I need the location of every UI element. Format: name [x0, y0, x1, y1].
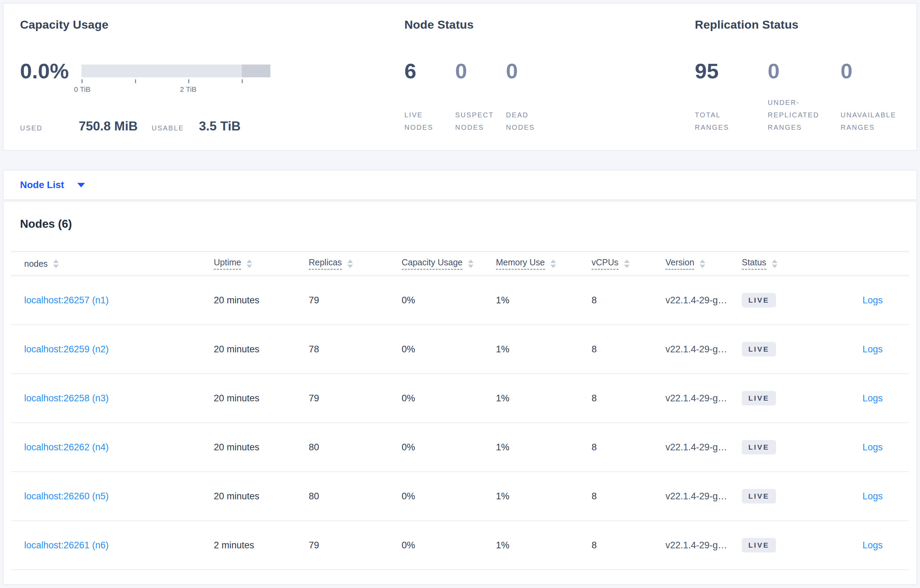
replicas-cell: 79 — [309, 295, 402, 306]
status-badge: LIVE — [742, 293, 776, 307]
status-cell: LIVE — [742, 342, 849, 357]
usable-value: 3.5 TiB — [199, 119, 241, 134]
axis-tick-label: 2 TiB — [180, 85, 196, 94]
node-link[interactable]: localhost:26259 (n2) — [24, 344, 109, 354]
status-badge: LIVE — [742, 489, 776, 504]
vcpus-cell: 8 — [591, 393, 666, 404]
version-cell: v22.1.4-29-g… — [666, 393, 742, 404]
suspect-nodes-value: 0 — [455, 59, 506, 84]
sort-icon — [624, 260, 630, 268]
memory-cell: 1% — [496, 442, 591, 453]
version-cell: v22.1.4-29-g… — [666, 295, 742, 306]
memory-cell: 1% — [496, 491, 591, 502]
column-header-replicas[interactable]: Replicas — [309, 257, 402, 270]
vcpus-cell: 8 — [591, 344, 666, 355]
replicas-cell: 80 — [309, 491, 402, 502]
replicas-cell: 78 — [309, 344, 402, 355]
sort-icon — [468, 260, 473, 268]
memory-cell: 1% — [496, 295, 591, 306]
node-status-title: Node Status — [404, 18, 474, 31]
capacity-bar-end-segment — [242, 65, 270, 77]
status-cell: LIVE — [742, 391, 849, 405]
logs-link[interactable]: Logs — [862, 442, 883, 452]
used-label: USED — [20, 124, 79, 132]
logs-link[interactable]: Logs — [862, 393, 883, 403]
column-header-uptime[interactable]: Uptime — [214, 257, 309, 270]
node-link[interactable]: localhost:26258 (n3) — [24, 393, 109, 403]
capacity-bar: 0 TiB 2 TiB — [81, 65, 270, 84]
node-link[interactable]: localhost:26260 (n5) — [24, 491, 109, 501]
column-header-capacity-usage[interactable]: Capacity Usage — [402, 257, 496, 270]
sort-icon — [772, 260, 777, 268]
capacity-cell: 0% — [402, 442, 496, 453]
status-badge: LIVE — [742, 538, 776, 552]
nodes-table: nodes Uptime Replicas Capacity Usage Mem… — [11, 251, 909, 570]
nodes-table-panel: Nodes (6) nodes Uptime Replicas Capacity… — [3, 201, 917, 585]
total-ranges-stat: 95 TOTAL RANGES — [695, 59, 768, 134]
column-header-memory-use[interactable]: Memory Use — [496, 257, 591, 270]
node-link[interactable]: localhost:26262 (n4) — [24, 442, 109, 452]
unavailable-ranges-value: 0 — [841, 59, 914, 84]
version-cell: v22.1.4-29-g… — [666, 491, 742, 502]
column-header-version[interactable]: Version — [666, 257, 742, 270]
table-row: localhost:26257 (n1) 20 minutes 79 0% 1%… — [11, 276, 909, 325]
table-row: localhost:26258 (n3) 20 minutes 79 0% 1%… — [11, 374, 909, 423]
uptime-cell: 20 minutes — [214, 442, 309, 453]
node-link[interactable]: localhost:26261 (n6) — [24, 540, 109, 550]
sort-icon — [246, 260, 252, 268]
sort-icon — [551, 260, 556, 268]
column-header-vcpus[interactable]: vCPUs — [591, 257, 666, 270]
logs-link[interactable]: Logs — [862, 295, 883, 305]
under-replicated-ranges-value: 0 — [768, 59, 841, 84]
axis-tick — [81, 79, 83, 83]
capacity-usage-section: 0.0% 0 TiB 2 TiB USED 750.8 MiB USABLE 3… — [20, 59, 282, 134]
memory-cell: 1% — [496, 540, 591, 551]
column-header-status[interactable]: Status — [742, 257, 849, 270]
status-cell: LIVE — [742, 293, 849, 307]
under-replicated-ranges-label: UNDER-REPLICATED RANGES — [768, 96, 826, 134]
dead-nodes-value: 0 — [506, 59, 557, 84]
suspect-nodes-label: SUSPECT NODES — [455, 109, 491, 134]
unavailable-ranges-stat: 0 UNAVAILABLE RANGES — [841, 59, 914, 134]
dead-nodes-stat: 0 DEAD NODES — [506, 59, 557, 134]
vcpus-cell: 8 — [591, 295, 666, 306]
axis-tick — [135, 79, 136, 83]
live-nodes-stat: 6 LIVE NODES — [404, 59, 455, 134]
replication-status-section: 95 TOTAL RANGES 0 UNDER-REPLICATED RANGE… — [695, 59, 914, 134]
logs-link[interactable]: Logs — [862, 540, 883, 550]
axis-tick — [188, 79, 189, 83]
nodes-table-title: Nodes (6) — [3, 202, 917, 231]
status-cell: LIVE — [742, 440, 849, 454]
column-header-nodes[interactable]: nodes — [11, 259, 214, 269]
status-cell: LIVE — [742, 489, 849, 504]
node-list-dropdown[interactable]: Node List — [3, 170, 917, 200]
table-row: localhost:26262 (n4) 20 minutes 80 0% 1%… — [11, 423, 909, 472]
table-row: localhost:26261 (n6) 2 minutes 79 0% 1% … — [11, 521, 909, 570]
replicas-cell: 80 — [309, 442, 402, 453]
capacity-cell: 0% — [402, 295, 496, 306]
chevron-down-icon — [77, 183, 85, 187]
table-row: localhost:26260 (n5) 20 minutes 80 0% 1%… — [11, 472, 909, 521]
capacity-percent-value: 0.0% — [20, 59, 81, 84]
node-list-dropdown-label[interactable]: Node List — [20, 179, 64, 191]
logs-link[interactable]: Logs — [862, 344, 883, 354]
live-nodes-label: LIVE NODES — [404, 109, 440, 134]
sort-icon — [700, 260, 705, 268]
status-badge: LIVE — [742, 440, 776, 454]
logs-link[interactable]: Logs — [862, 491, 883, 501]
uptime-cell: 20 minutes — [214, 344, 309, 355]
status-badge: LIVE — [742, 391, 776, 405]
capacity-cell: 0% — [402, 540, 496, 551]
node-link[interactable]: localhost:26257 (n1) — [24, 295, 109, 305]
live-nodes-value: 6 — [404, 59, 455, 84]
replicas-cell: 79 — [309, 540, 402, 551]
axis-tick — [242, 79, 243, 83]
usable-label: USABLE — [152, 124, 199, 132]
uptime-cell: 20 minutes — [214, 295, 309, 306]
unavailable-ranges-label: UNAVAILABLE RANGES — [841, 109, 899, 134]
cluster-summary-panel: Capacity Usage Node Status Replication S… — [3, 3, 917, 151]
uptime-cell: 20 minutes — [214, 393, 309, 404]
replication-status-title: Replication Status — [695, 18, 799, 31]
total-ranges-value: 95 — [695, 59, 768, 84]
version-cell: v22.1.4-29-g… — [666, 344, 742, 355]
